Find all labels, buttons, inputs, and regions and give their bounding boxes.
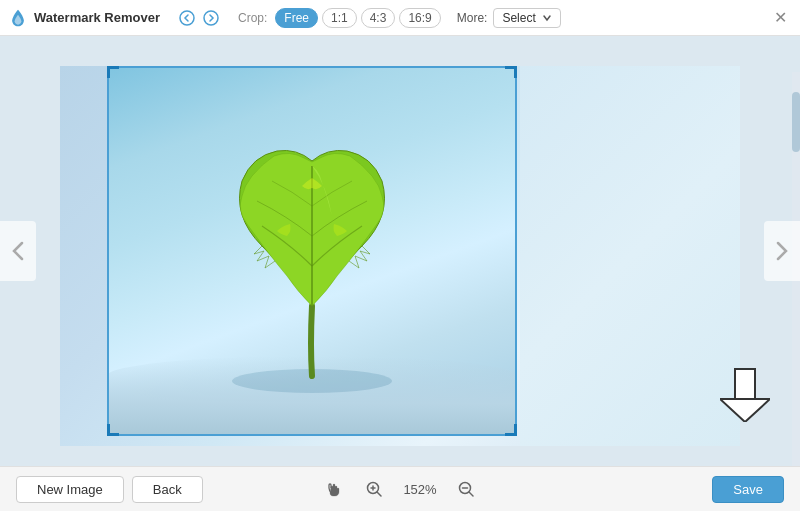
leaf-image xyxy=(107,66,517,436)
center-tools: 152% xyxy=(320,475,480,503)
canvas-area xyxy=(0,36,800,466)
svg-marker-4 xyxy=(720,399,770,422)
crop-4-3-button[interactable]: 4:3 xyxy=(361,8,396,28)
hand-icon xyxy=(325,480,343,498)
zoom-in-icon xyxy=(365,480,383,498)
crop-free-button[interactable]: Free xyxy=(275,8,318,28)
crop-options: Free 1:1 4:3 16:9 xyxy=(275,8,440,28)
down-arrow-svg xyxy=(720,367,770,422)
image-container xyxy=(60,66,740,446)
svg-point-1 xyxy=(204,11,218,25)
nav-buttons xyxy=(176,7,222,29)
leaf-svg xyxy=(172,106,452,406)
nav-forward-button[interactable] xyxy=(200,7,222,29)
left-actions: New Image Back xyxy=(16,476,203,503)
select-dropdown[interactable]: Select xyxy=(493,8,560,28)
new-image-button[interactable]: New Image xyxy=(16,476,124,503)
svg-rect-3 xyxy=(735,369,755,399)
image-background xyxy=(60,66,740,446)
right-empty-panel xyxy=(520,66,740,446)
close-button[interactable]: ✕ xyxy=(770,8,790,28)
down-arrow-indicator xyxy=(720,367,770,426)
svg-line-8 xyxy=(377,492,381,496)
titlebar: Watermark Remover Crop: Free 1:1 4:3 16:… xyxy=(0,0,800,36)
more-label: More: xyxy=(457,11,488,25)
zoom-level-text: 152% xyxy=(400,482,440,497)
crop-1-1-button[interactable]: 1:1 xyxy=(322,8,357,28)
app-title: Watermark Remover xyxy=(34,10,160,25)
select-label: Select xyxy=(502,11,535,25)
zoom-out-button[interactable] xyxy=(452,475,480,503)
next-image-button[interactable] xyxy=(764,221,800,281)
prev-image-button[interactable] xyxy=(0,221,36,281)
svg-line-11 xyxy=(469,492,473,496)
chevron-down-icon xyxy=(542,13,552,23)
hand-tool-button[interactable] xyxy=(320,475,348,503)
back-button[interactable]: Back xyxy=(132,476,203,503)
svg-point-0 xyxy=(180,11,194,25)
app-logo xyxy=(8,8,28,28)
crop-16-9-button[interactable]: 16:9 xyxy=(399,8,440,28)
bottom-toolbar: New Image Back 152% xyxy=(0,466,800,511)
zoom-out-icon xyxy=(457,480,475,498)
right-actions: Save xyxy=(712,476,784,503)
nav-back-button[interactable] xyxy=(176,7,198,29)
scrollbar-thumb[interactable] xyxy=(792,92,800,152)
crop-label: Crop: xyxy=(238,11,267,25)
zoom-in-button[interactable] xyxy=(360,475,388,503)
leaf-background xyxy=(107,66,517,436)
save-button[interactable]: Save xyxy=(712,476,784,503)
